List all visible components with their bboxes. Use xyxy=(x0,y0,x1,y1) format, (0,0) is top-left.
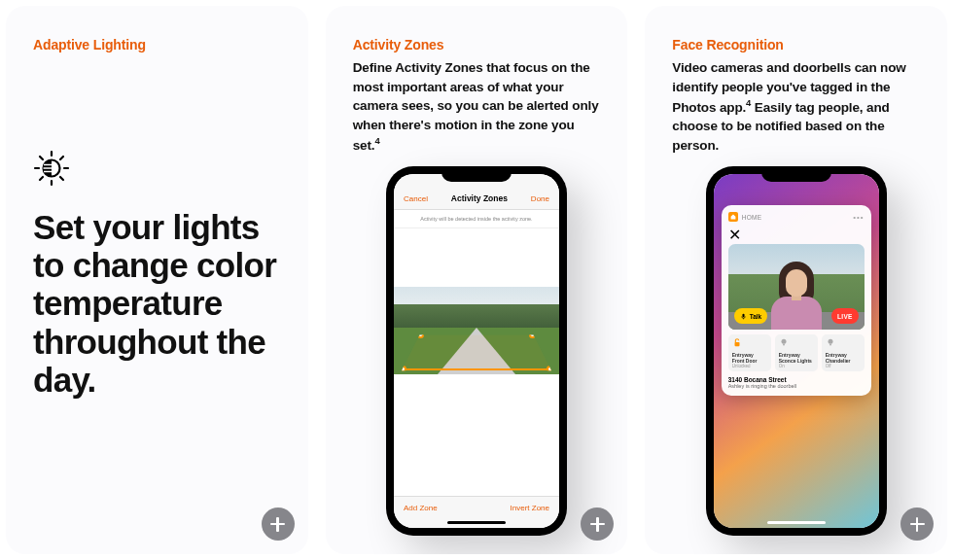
lock-open-icon xyxy=(732,337,742,347)
modal-title: Activity Zones xyxy=(451,193,508,203)
doorbell-video: Talk LIVE xyxy=(728,244,865,330)
phone-mockup: Cancel Activity Zones Done Activity will… xyxy=(386,166,567,536)
app-name: HOME xyxy=(742,214,850,221)
bulb-icon xyxy=(826,337,835,347)
phone-notch xyxy=(441,166,512,182)
svg-rect-13 xyxy=(742,314,744,318)
mic-icon xyxy=(740,313,747,320)
svg-rect-14 xyxy=(734,342,739,346)
done-button[interactable]: Done xyxy=(531,194,549,203)
card-title: Adaptive Lighting xyxy=(33,37,281,52)
adaptive-bulb-icon xyxy=(33,150,281,191)
card-title: Face Recognition xyxy=(672,37,920,52)
phone-screen-face-recognition: HOME ••• ✕ xyxy=(714,174,879,528)
svg-line-5 xyxy=(60,177,63,180)
tile-chandelier[interactable]: Entryway ChandelierOff xyxy=(822,334,865,371)
phone-screen-activity-zones: Cancel Activity Zones Done Activity will… xyxy=(394,174,559,528)
close-icon[interactable]: ✕ xyxy=(728,226,865,244)
card-adaptive-lighting: Adaptive Lighting xyxy=(6,6,308,554)
svg-point-15 xyxy=(781,339,786,344)
detected-person xyxy=(766,258,827,330)
card-headline: Set your lights to change color temperat… xyxy=(33,208,281,399)
doorbell-notification[interactable]: HOME ••• ✕ xyxy=(722,205,871,396)
svg-line-6 xyxy=(40,177,43,180)
expand-button[interactable] xyxy=(262,508,295,541)
card-title: Activity Zones xyxy=(353,37,601,52)
svg-line-7 xyxy=(60,157,63,159)
talk-button[interactable]: Talk xyxy=(734,308,768,324)
accessory-tiles: Entryway Front DoorUnlocked Entryway Sco… xyxy=(728,334,865,371)
svg-line-4 xyxy=(40,157,43,159)
cancel-button[interactable]: Cancel xyxy=(404,194,428,203)
invert-zone-button[interactable]: Invert Zone xyxy=(511,504,549,512)
notification-address: 3140 Bocana Street xyxy=(728,376,865,383)
home-indicator xyxy=(767,521,826,524)
phone-mockup: HOME ••• ✕ xyxy=(706,166,887,536)
modal-subtitle: Activity will be detected inside the act… xyxy=(394,210,559,228)
phone-notch xyxy=(761,166,831,182)
card-face-recognition: Face Recognition Video cameras and doorb… xyxy=(645,6,947,554)
home-app-icon xyxy=(728,212,738,222)
add-zone-button[interactable]: Add Zone xyxy=(404,504,438,512)
tile-sconce-lights[interactable]: Entryway Sconce LightsOn xyxy=(775,334,818,371)
camera-preview xyxy=(394,287,559,374)
bulb-icon xyxy=(779,337,789,347)
svg-point-17 xyxy=(828,339,832,344)
expand-button[interactable] xyxy=(900,508,934,541)
card-description: Define Activity Zones that focus on the … xyxy=(353,58,601,155)
tile-front-door[interactable]: Entryway Front DoorUnlocked xyxy=(728,334,771,371)
notification-event: Ashley is ringing the doorbell xyxy=(728,383,865,389)
home-indicator xyxy=(447,521,506,524)
card-description: Video cameras and doorbells can now iden… xyxy=(672,58,920,155)
activity-zone-overlay[interactable] xyxy=(402,332,551,370)
more-icon[interactable]: ••• xyxy=(853,213,864,222)
svg-rect-18 xyxy=(829,344,831,346)
svg-rect-16 xyxy=(783,344,785,346)
card-activity-zones: Activity Zones Define Activity Zones tha… xyxy=(326,6,628,554)
live-badge: LIVE xyxy=(831,308,859,324)
